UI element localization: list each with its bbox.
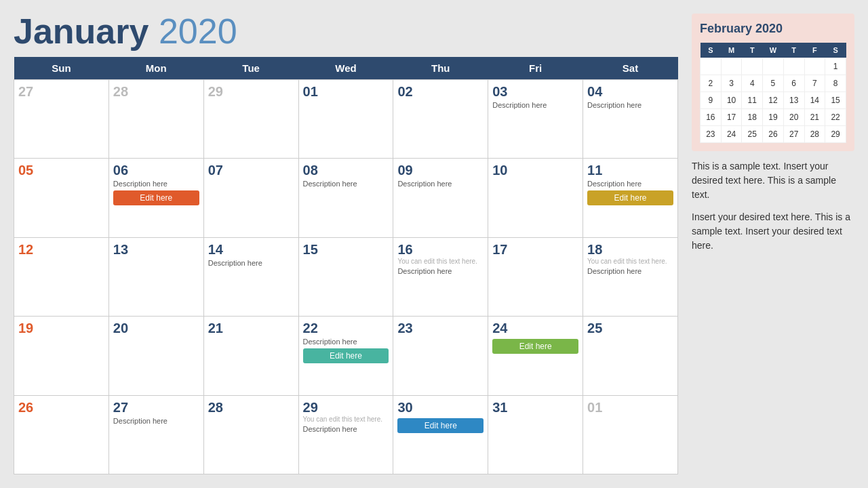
calendar-cell: 19	[14, 317, 109, 395]
calendar-cell: 11Description hereEdit here	[583, 159, 678, 237]
mini-week-0: 1	[701, 58, 846, 75]
day-number: 21	[208, 320, 294, 336]
mini-day: 22	[825, 109, 846, 126]
mini-calendar: SMTWTFS 12345678910111213141516171819202…	[700, 43, 846, 143]
mini-day: 6	[783, 75, 804, 92]
day-number: 05	[18, 162, 104, 178]
day-number: 26	[18, 399, 104, 415]
mini-day: 18	[742, 109, 763, 126]
weekday-header-tue: Tue	[203, 57, 298, 80]
mini-day: 8	[825, 75, 846, 92]
mini-day: 14	[804, 92, 825, 109]
day-number: 12	[18, 241, 104, 258]
day-number: 03	[492, 83, 578, 100]
calendar-cell: 27Description here	[108, 395, 203, 474]
calendar-cell: 01	[298, 80, 393, 159]
calendar-cell: 17	[488, 237, 583, 316]
month-label: January	[14, 12, 149, 51]
day-number: 28	[113, 83, 199, 100]
calendar-cell: 28	[203, 395, 298, 474]
day-number: 01	[587, 399, 673, 415]
mini-day: 24	[721, 126, 742, 143]
calendar-cell: 30Edit here	[393, 395, 488, 474]
edit-button[interactable]: Edit here	[587, 190, 673, 205]
page-title: January 2020	[14, 14, 678, 49]
mini-day: 20	[783, 109, 804, 126]
mini-day: 12	[763, 92, 784, 109]
mini-week-1: 2345678	[701, 75, 846, 92]
calendar-cell: 16You can edit this text here.Descriptio…	[393, 237, 488, 316]
edit-button[interactable]: Edit here	[492, 339, 578, 354]
mini-day	[804, 58, 825, 75]
day-number: 31	[492, 399, 578, 415]
calendar-cell: 10	[488, 159, 583, 237]
mini-day: 3	[721, 75, 742, 92]
day-number: 25	[587, 320, 673, 336]
day-number: 08	[303, 162, 389, 178]
mini-day: 17	[721, 109, 742, 126]
mini-day: 21	[804, 109, 825, 126]
day-number: 16	[397, 241, 484, 258]
day-number: 28	[208, 399, 294, 415]
calendar-cell: 07	[203, 159, 298, 237]
mini-day: 15	[825, 92, 846, 109]
calendar-cell: 31	[488, 395, 583, 474]
calendar-cell: 27	[14, 80, 109, 159]
mini-day: 27	[783, 126, 804, 143]
calendar-week-3: 19202122Description hereEdit here2324Edi…	[14, 317, 678, 395]
mini-calendar-container: February 2020 SMTWTFS 123456789101112131…	[692, 14, 854, 151]
sidebar-text: This is a sample text. Insert your desir…	[692, 159, 854, 261]
sidebar: February 2020 SMTWTFS 123456789101112131…	[692, 14, 854, 474]
main-section: January 2020 SunMonTueWedThuFriSat 27282…	[14, 14, 678, 474]
mini-day: 2	[701, 75, 722, 92]
mini-weekday-F: F	[804, 43, 825, 58]
weekday-header-sun: Sun	[14, 57, 109, 80]
calendar-cell: 29	[203, 80, 298, 159]
calendar-cell: 12	[14, 237, 109, 316]
day-number: 30	[397, 399, 484, 415]
mini-day: 1	[825, 58, 846, 75]
mini-day: 13	[783, 92, 804, 109]
mini-day	[763, 58, 784, 75]
weekday-header-thu: Thu	[393, 57, 488, 80]
mini-day: 10	[721, 92, 742, 109]
day-number: 01	[303, 83, 389, 100]
calendar-cell: 09Description here	[393, 159, 488, 237]
day-number: 17	[492, 241, 578, 258]
day-hint: You can edit this text here.	[303, 415, 389, 424]
edit-button[interactable]: Edit here	[303, 348, 389, 363]
calendar-cell: 01	[583, 395, 678, 474]
day-description: Description here	[587, 267, 673, 275]
edit-button[interactable]: Edit here	[113, 190, 199, 205]
weekday-header-sat: Sat	[583, 57, 678, 80]
mini-day: 29	[825, 126, 846, 143]
calendar-week-2: 121314Description here1516You can edit t…	[14, 237, 678, 316]
main-calendar: SunMonTueWedThuFriSat 272829010203Descri…	[14, 57, 678, 474]
mini-weekday-T: T	[742, 43, 763, 58]
calendar-cell: 26	[14, 395, 109, 474]
day-number: 22	[303, 320, 389, 336]
mini-weekday-W: W	[763, 43, 784, 58]
day-hint: You can edit this text here.	[397, 258, 484, 266]
day-number: 06	[113, 162, 199, 178]
mini-day: 28	[804, 126, 825, 143]
day-description: Description here	[587, 101, 673, 109]
calendar-week-4: 2627Description here2829You can edit thi…	[14, 395, 678, 474]
mini-weekday-T: T	[783, 43, 804, 58]
calendar-cell: 04Description here	[583, 80, 678, 159]
mini-week-2: 9101112131415	[701, 92, 846, 109]
weekday-header-fri: Fri	[488, 57, 583, 80]
calendar-cell: 03Description here	[488, 80, 583, 159]
weekday-header-wed: Wed	[298, 57, 393, 80]
weekday-header-mon: Mon	[108, 57, 203, 80]
edit-button[interactable]: Edit here	[397, 418, 484, 433]
mini-week-3: 16171819202122	[701, 109, 846, 126]
day-description: Description here	[492, 101, 578, 109]
calendar-cell: 02	[393, 80, 488, 159]
mini-weekday-M: M	[721, 43, 742, 58]
day-description: Description here	[303, 425, 389, 433]
mini-day: 11	[742, 92, 763, 109]
mini-weekday-S: S	[825, 43, 846, 58]
day-description: Description here	[113, 180, 199, 188]
year-label: 2020	[159, 12, 237, 51]
